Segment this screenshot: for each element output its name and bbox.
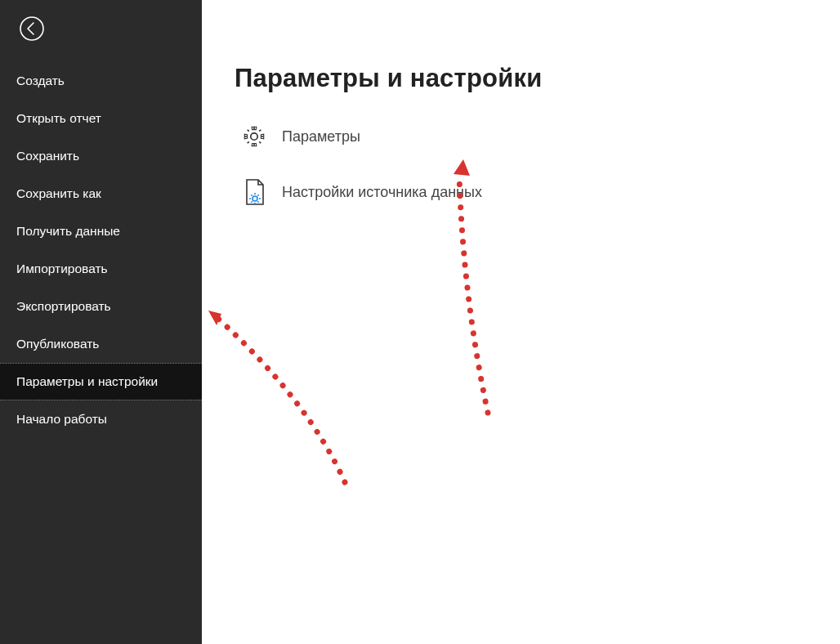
gear-icon — [235, 124, 274, 149]
sidebar: Создать Открыть отчет Сохранить Сохранит… — [0, 0, 202, 644]
sidebar-item-label: Открыть отчет — [16, 111, 101, 126]
sidebar-item-label: Экспортировать — [16, 299, 111, 314]
sidebar-item-label: Начало работы — [16, 412, 107, 427]
sidebar-item-publish[interactable]: Опубликовать — [0, 325, 202, 363]
sidebar-item-save[interactable]: Сохранить — [0, 137, 202, 175]
sidebar-item-label: Сохранить — [16, 149, 79, 163]
sidebar-item-save-as[interactable]: Сохранить как — [0, 175, 202, 212]
sidebar-item-label: Создать — [16, 74, 65, 88]
svg-point-1 — [251, 133, 257, 140]
option-datasource-settings[interactable]: Настройки источника данных — [235, 178, 807, 206]
sidebar-item-label: Параметры и настройки — [16, 374, 158, 389]
svg-point-0 — [20, 17, 43, 40]
sidebar-item-create[interactable]: Создать — [0, 62, 202, 100]
sidebar-item-label: Опубликовать — [16, 337, 99, 351]
arrow-left-circle-icon — [19, 16, 45, 45]
datasource-settings-icon — [235, 178, 274, 206]
sidebar-item-import[interactable]: Импортировать — [0, 250, 202, 288]
sidebar-item-label: Импортировать — [16, 262, 108, 276]
sidebar-item-label: Получить данные — [16, 224, 120, 239]
sidebar-item-options-settings[interactable]: Параметры и настройки — [0, 363, 202, 400]
option-label: Настройки источника данных — [282, 184, 482, 201]
sidebar-item-label: Сохранить как — [16, 186, 101, 201]
sidebar-item-get-data[interactable]: Получить данные — [0, 212, 202, 250]
svg-point-2 — [252, 196, 257, 201]
sidebar-item-open-report[interactable]: Открыть отчет — [0, 100, 202, 137]
back-button[interactable] — [16, 15, 47, 46]
page-title: Параметры и настройки — [235, 64, 807, 93]
sidebar-item-getting-started[interactable]: Начало работы — [0, 400, 202, 438]
sidebar-item-export[interactable]: Экспортировать — [0, 288, 202, 325]
option-parameters[interactable]: Параметры — [235, 124, 807, 149]
main-content: Параметры и настройки Параметры Настройк… — [202, 0, 840, 644]
option-label: Параметры — [282, 128, 360, 145]
